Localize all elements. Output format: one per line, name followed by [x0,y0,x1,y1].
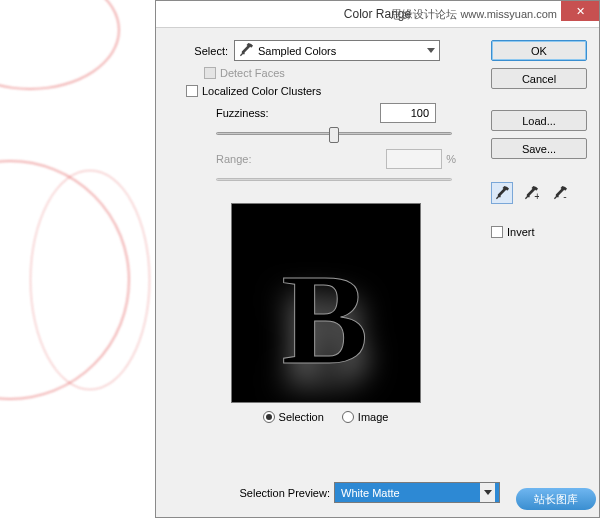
chevron-down-icon [427,48,435,53]
fuzziness-label: Fuzziness: [216,107,269,119]
svg-text:-: - [563,191,566,201]
canvas-background [0,0,155,518]
select-label: Select: [168,45,234,57]
range-unit: % [446,153,456,165]
load-button[interactable]: Load... [491,110,587,131]
fuzziness-thumb[interactable] [329,127,339,143]
select-value: Sampled Colors [258,45,336,57]
color-range-dialog: Color Range 思缘设计论坛 www.missyuan.com ✕ Se… [155,0,600,518]
selection-preview-image: B [231,203,421,403]
image-radio-label: Image [358,411,389,423]
invert-checkbox[interactable] [491,226,503,238]
chevron-down-icon [484,490,492,495]
titlebar[interactable]: Color Range 思缘设计论坛 www.missyuan.com ✕ [156,1,599,28]
eyedropper-plus-icon: + [524,186,539,201]
range-input [386,149,442,169]
eyedropper-sample-button[interactable] [491,182,513,204]
selection-radio-label: Selection [279,411,324,423]
localized-checkbox[interactable] [186,85,198,97]
eyedropper-add-button[interactable]: + [520,182,542,204]
localized-label: Localized Color Clusters [202,85,321,97]
svg-text:+: + [534,191,539,201]
close-icon: ✕ [576,5,585,18]
close-button[interactable]: ✕ [561,1,599,21]
fuzziness-slider[interactable] [216,125,452,143]
range-label: Range: [216,153,251,165]
ok-button[interactable]: OK [491,40,587,61]
eyedropper-minus-icon: - [553,186,568,201]
selection-preview-value: White Matte [339,487,480,499]
selection-preview-dropdown[interactable]: White Matte [334,482,500,503]
save-button[interactable]: Save... [491,138,587,159]
detect-faces-label: Detect Faces [220,67,285,79]
image-radio[interactable]: Image [342,411,389,423]
eyedropper-subtract-button[interactable]: - [549,182,571,204]
eyedropper-icon [495,186,510,201]
watermark-text: 思缘设计论坛 www.missyuan.com [391,7,557,22]
cancel-button[interactable]: Cancel [491,68,587,89]
site-badge: 站长图库 [516,488,596,510]
fuzziness-input[interactable]: 100 [380,103,436,123]
eyedropper-icon [239,43,254,58]
selection-preview-label: Selection Preview: [168,487,334,499]
selection-radio[interactable]: Selection [263,411,324,423]
select-dropdown[interactable]: Sampled Colors [234,40,440,61]
range-slider [216,171,452,189]
detect-faces-checkbox [204,67,216,79]
invert-label: Invert [507,226,535,238]
